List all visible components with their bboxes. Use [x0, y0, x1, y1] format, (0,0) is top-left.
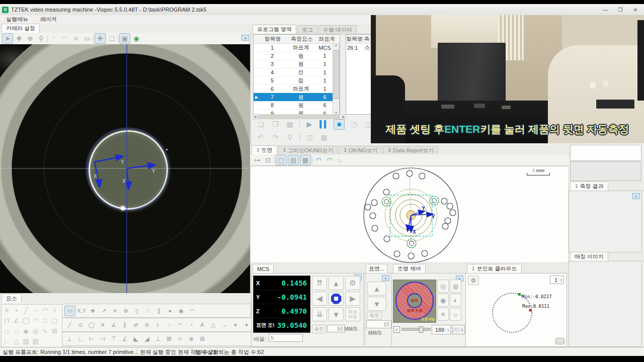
select-cursor-icon[interactable]: ➤: [2, 33, 13, 44]
scale-ratio-input[interactable]: 5: [269, 334, 303, 342]
separator[interactable]: [299, 121, 300, 128]
cube-half-icon[interactable]: ▧: [288, 155, 299, 165]
crosshair-icon[interactable]: ✚: [95, 33, 106, 44]
side-col-header[interactable]: 항목명: [346, 35, 363, 43]
light-intensity-spinner[interactable]: 188 ▴▾: [432, 325, 451, 334]
cs-rotate-icon[interactable]: ∠: [120, 334, 130, 344]
live-video-icon[interactable]: ◉: [131, 34, 141, 43]
distance-icon[interactable]: ⊦: [153, 320, 163, 330]
surface-down-button[interactable]: ▼: [367, 297, 386, 311]
angle-icon[interactable]: ∠: [12, 316, 21, 325]
arc-small-icon[interactable]: ◜: [49, 34, 59, 43]
blob-dot-icon[interactable]: ◉: [176, 306, 186, 316]
curve-green-icon[interactable]: ◠: [325, 155, 335, 165]
restore-button[interactable]: ❐: [614, 6, 627, 14]
axis-corner-icon[interactable]: ∟: [336, 155, 346, 165]
construct-line-icon[interactable]: ╱: [64, 320, 74, 330]
gauge-icon[interactable]: ◔: [186, 320, 196, 330]
stage-tool-button[interactable]: ⚙: [345, 276, 360, 290]
stop-button[interactable]: [329, 292, 344, 306]
tab-point-cloud[interactable]: ↧포인트 클라우드: [467, 264, 522, 273]
grid-view-icon[interactable]: ◫: [304, 133, 314, 142]
tab-surface[interactable]: 표면...: [366, 264, 387, 273]
table-row[interactable]: 2 원 1: [254, 52, 340, 60]
table-vertical-scrollbar[interactable]: ▲ ▼: [333, 43, 340, 115]
col-header[interactable]: 좌표계: [318, 35, 335, 43]
measure-result-dropdown[interactable]: ▾: [632, 193, 640, 199]
table-row[interactable]: 5 점 1: [254, 77, 340, 85]
segment-light-icon[interactable]: ◐: [450, 294, 461, 307]
table-row[interactable]: 8 원 6: [254, 102, 340, 110]
tab-measure-result[interactable]: ↧측정 결과: [570, 182, 608, 191]
camera-capture-icon[interactable]: ▣: [119, 33, 130, 44]
point-set-icon[interactable]: ∷: [12, 327, 21, 335]
view-tab[interactable]: ↧그리드OK/NG보기: [278, 146, 338, 154]
angle-measure-icon[interactable]: ∡: [109, 320, 119, 330]
point-snap-icon[interactable]: ⊶: [252, 155, 262, 165]
save-file-icon[interactable]: ▦: [285, 120, 295, 129]
step-icon[interactable]: ∟: [3, 337, 11, 345]
arc-fit-icon[interactable]: ◠: [175, 320, 185, 330]
line-icon[interactable]: ╱: [22, 306, 30, 315]
crop-region-icon[interactable]: ▭: [82, 34, 92, 43]
jog-left-button[interactable]: ◀: [312, 292, 327, 306]
curve-icon[interactable]: ∿: [41, 327, 49, 335]
arc-rings-icon[interactable]: ≋: [71, 34, 81, 43]
cube-wire-icon[interactable]: ▢: [276, 155, 287, 165]
label-a-icon[interactable]: A: [197, 320, 207, 330]
run-play-icon[interactable]: ▶: [304, 120, 314, 129]
surface-dropdown[interactable]: ▾: [382, 275, 389, 281]
corner-bl-icon[interactable]: ◣: [131, 334, 141, 344]
circle-icon[interactable]: ○: [31, 306, 40, 315]
jog-right-button[interactable]: ▶: [345, 292, 360, 306]
side-col-header2[interactable]: 측: [363, 35, 371, 43]
result-list-box[interactable]: [570, 145, 641, 161]
hatch-region2-icon[interactable]: ▧: [31, 337, 40, 345]
circled-point-icon[interactable]: ⊕: [121, 306, 131, 316]
separator[interactable]: [299, 134, 300, 141]
concentric-icon[interactable]: ◎: [31, 327, 40, 335]
xy-coord-icon[interactable]: X,Y: [76, 306, 87, 316]
polygon-circle-icon[interactable]: ◯: [87, 320, 97, 330]
quad-light-icon[interactable]: ◉: [437, 294, 449, 307]
cs-left-icon[interactable]: ⊢: [87, 334, 97, 344]
cs-cross-icon[interactable]: ⊹: [175, 334, 185, 344]
matrix-icon[interactable]: ⊞: [50, 327, 59, 335]
tab-elements[interactable]: 요소: [2, 294, 22, 303]
view-tab[interactable]: ↧Data Report보기: [383, 146, 439, 154]
rounded-rect-icon[interactable]: ▢: [50, 316, 59, 325]
blob-icon[interactable]: ●: [165, 306, 175, 316]
search-icon[interactable]: ⚲: [285, 133, 295, 142]
lamp-bright-icon[interactable]: ☀: [437, 308, 449, 321]
program-tab[interactable]: 프로그램 영역: [253, 25, 296, 34]
move-to-coordinate-button[interactable]: 좌표 이동: [345, 307, 360, 321]
boxed-point-icon[interactable]: ▯: [132, 306, 142, 316]
redo-icon[interactable]: ↷: [270, 133, 280, 142]
light-slider[interactable]: [401, 328, 431, 331]
lamp-icon[interactable]: ☼: [450, 308, 461, 321]
diamond-icon[interactable]: ◇: [3, 327, 11, 335]
ring-light-icon[interactable]: ◍: [450, 280, 461, 293]
col-header[interactable]: 항목명: [260, 35, 286, 43]
triangle-icon[interactable]: △: [208, 320, 218, 330]
segment-icon[interactable]: ∕: [143, 306, 153, 316]
minimize-button[interactable]: —: [599, 6, 612, 14]
caliper-icon[interactable]: I: [50, 306, 59, 315]
pause-icon[interactable]: ▍▍: [319, 120, 329, 129]
tab-mcs[interactable]: MCS: [253, 264, 274, 273]
close-button[interactable]: ✕: [629, 6, 642, 14]
light-ring-diagram[interactable]: 동축 윤곽 조명 프로파일: [393, 280, 436, 323]
table-row[interactable]: 3 원 1: [254, 60, 340, 68]
pointcloud-resize-button[interactable]: [555, 338, 565, 344]
view-tab[interactable]: ↧도면: [252, 145, 277, 154]
move-stage-icon[interactable]: ⊕: [25, 34, 35, 43]
pin-marker-icon[interactable]: ▾: [242, 320, 252, 330]
arrow-right-icon[interactable]: →: [219, 320, 229, 330]
circle-dot-icon[interactable]: ⊙: [75, 320, 86, 330]
light-slider-thumb[interactable]: [419, 326, 423, 333]
table-row[interactable]: 4 선 1: [254, 68, 340, 76]
polygon-icon[interactable]: △: [12, 337, 21, 345]
hatch-region-icon[interactable]: ▨: [22, 337, 30, 345]
dome-icon[interactable]: ◠: [187, 306, 197, 316]
corner-br-icon[interactable]: ◢: [142, 334, 152, 344]
